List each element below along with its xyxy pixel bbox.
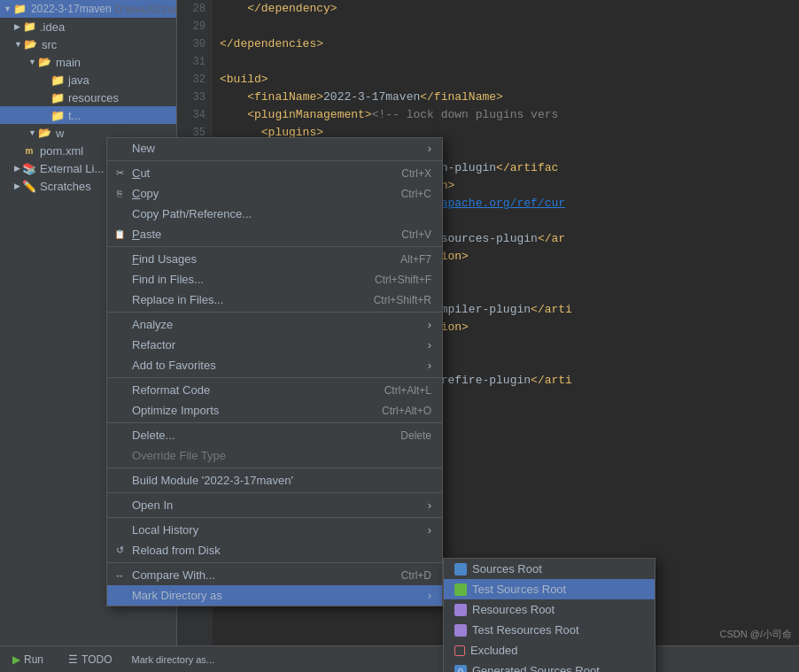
menu-label: Reload from Disk [132, 544, 431, 557]
menu-item-mark-directory[interactable]: Mark Directory as › [107, 585, 442, 606]
menu-item-new[interactable]: New › [107, 138, 442, 158]
expand-arrow: ▼ [28, 58, 36, 66]
code-line: <pluginManagement><!-- lock down plugins… [220, 106, 792, 124]
submenu-item-generated[interactable]: G Generated Sources Root [444, 660, 655, 672]
context-menu: New › ✂ Cut Ctrl+X ⎘ Copy Ctrl+C Copy Pa… [106, 137, 443, 606]
todo-tab[interactable]: ☰ TODO [63, 650, 117, 669]
folder-icon: 📂 [38, 126, 52, 140]
menu-item-paste[interactable]: 📋 Paste Ctrl+V [107, 224, 442, 244]
submenu-label: Test Resources Root [472, 623, 579, 637]
submenu-arrow: › [428, 359, 431, 372]
open-in-icon [112, 498, 127, 513]
submenu-arrow: › [428, 338, 431, 351]
sidebar-item-main[interactable]: ▼ 📂 main [0, 53, 176, 71]
code-line: </dependency> [220, 0, 792, 18]
resources-root-icon [454, 604, 467, 616]
expand-arrow: ▶ [14, 164, 20, 173]
folder-icon: 📁 [22, 19, 36, 34]
folder-label: src [42, 38, 57, 51]
menu-label: Mark Directory as [132, 589, 421, 602]
sidebar-item-idea[interactable]: ▶ 📁 .idea [0, 18, 176, 35]
menu-label: Add to Favorites [132, 359, 421, 372]
menu-item-compare[interactable]: ↔ Compare With... Ctrl+D [107, 565, 442, 585]
sidebar-item-test[interactable]: ▶ 📁 t... [0, 106, 176, 124]
expand-arrow: ▶ [14, 22, 20, 31]
sidebar-item-java[interactable]: ▶ 📁 java [0, 71, 176, 89]
code-line: <finalName>2022-3-17maven</finalName> [220, 89, 792, 106]
menu-item-optimize[interactable]: Optimize Imports Ctrl+Alt+O [107, 400, 442, 421]
sources-root-icon [454, 563, 467, 575]
submenu-label: Sources Root [472, 562, 542, 575]
menu-item-find-usages[interactable]: Find Usages Alt+F7 [107, 249, 442, 269]
menu-label: Analyze [132, 318, 421, 331]
menu-item-copy[interactable]: ⎘ Copy Ctrl+C [107, 183, 442, 204]
menu-item-copy-path[interactable]: Copy Path/Reference... [107, 204, 442, 224]
menu-separator [107, 517, 442, 518]
excluded-icon [454, 645, 465, 656]
shortcut: Ctrl+V [401, 228, 431, 241]
sidebar-item-src[interactable]: ▼ 📂 src [0, 35, 176, 53]
folder-label: .idea [40, 20, 65, 34]
code-line [220, 18, 792, 35]
folder-icon: 📁 [50, 90, 65, 104]
copy-path-icon [112, 207, 127, 221]
shortcut: Ctrl+Alt+O [382, 405, 431, 417]
menu-item-favorites[interactable]: Add to Favorites › [107, 355, 442, 375]
menu-item-analyze[interactable]: Analyze › [107, 314, 442, 335]
mark-dir-icon [112, 589, 127, 603]
todo-label: TODO [81, 653, 112, 666]
expand-arrow: ▼ [14, 40, 22, 49]
menu-label: Find Usages [132, 252, 383, 266]
menu-item-delete[interactable]: Delete... Delete [107, 425, 442, 445]
submenu-arrow: › [428, 142, 431, 155]
status-text: Mark directory as... [131, 654, 214, 665]
replace-icon [112, 293, 127, 307]
menu-label: Refactor [132, 338, 421, 351]
folder-label: Scratches [40, 180, 91, 193]
submenu-item-excluded[interactable]: Excluded [444, 640, 655, 660]
folder-icon: 📁 [50, 108, 65, 122]
new-icon [112, 142, 127, 156]
menu-item-find-files[interactable]: Find in Files... Ctrl+Shift+F [107, 269, 442, 290]
menu-item-refactor[interactable]: Refactor › [107, 335, 442, 355]
expand-arrow: ▼ [4, 4, 12, 13]
submenu-item-sources[interactable]: Sources Root [444, 559, 655, 579]
menu-item-open-in[interactable]: Open In › [107, 495, 442, 515]
menu-item-local-history[interactable]: Local History › [107, 520, 442, 540]
menu-item-build[interactable]: Build Module '2022-3-17maven' [107, 470, 442, 490]
folder-open-icon: 📂 [38, 55, 52, 69]
shortcut: Alt+F7 [400, 253, 431, 266]
menu-item-cut[interactable]: ✂ Cut Ctrl+X [107, 163, 442, 183]
sidebar-item-project[interactable]: ▼ 📁 2022-3-17maven D:\java2021\projects\ [0, 0, 176, 18]
menu-label: Local History [132, 523, 421, 537]
menu-separator [107, 562, 442, 563]
submenu-item-resources[interactable]: Resources Root [444, 599, 655, 620]
watermark: CSDN @/小司命 [720, 628, 792, 641]
folder-label: main [56, 56, 81, 69]
submenu-item-test-sources[interactable]: Test Sources Root [444, 579, 655, 599]
ide-container: ▼ 📁 2022-3-17maven D:\java2021\projects\… [0, 0, 799, 672]
folder-open-icon: 📂 [24, 37, 38, 51]
paste-icon: 📋 [112, 228, 127, 242]
analyze-icon [112, 318, 127, 332]
copy-icon: ⎘ [112, 187, 127, 201]
submenu-item-test-resources[interactable]: Test Resources Root [444, 620, 655, 640]
folder-label: java [68, 73, 89, 87]
test-resources-root-icon [454, 624, 467, 637]
menu-separator [107, 467, 442, 468]
run-tab[interactable]: ▶ Run [7, 650, 49, 669]
submenu-label: Resources Root [472, 603, 555, 616]
refactor-icon [112, 338, 127, 352]
menu-label: Open In [132, 498, 421, 512]
sidebar-item-resources[interactable]: ▶ 📁 resources [0, 89, 176, 106]
code-line [220, 53, 792, 71]
menu-label: Cut [132, 166, 384, 180]
build-icon [112, 474, 127, 488]
menu-separator [107, 422, 442, 423]
menu-separator [107, 160, 442, 161]
menu-item-reformat[interactable]: Reformat Code Ctrl+Alt+L [107, 380, 442, 400]
shortcut: Ctrl+Alt+L [384, 384, 431, 397]
menu-item-replace[interactable]: Replace in Files... Ctrl+Shift+R [107, 290, 442, 310]
menu-item-reload[interactable]: ↺ Reload from Disk [107, 540, 442, 560]
menu-label: Compare With... [132, 568, 384, 582]
